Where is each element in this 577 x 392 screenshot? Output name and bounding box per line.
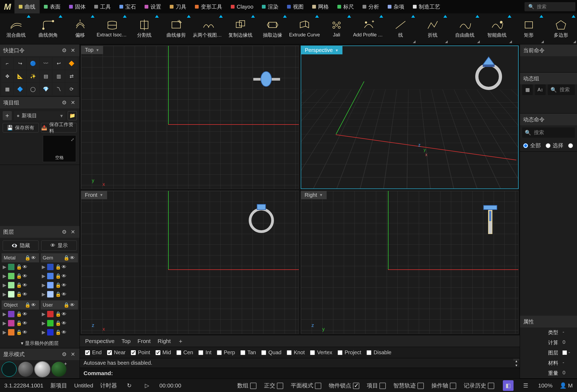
user-icon[interactable]: 👤 M (560, 382, 573, 389)
viewport-front[interactable]: Front▼ z x (81, 191, 299, 334)
add-tab-button[interactable]: ＋ (178, 337, 183, 345)
save-work-button[interactable]: 📤 保存工作资料 (41, 123, 77, 133)
tool-线[interactable]: 线 (385, 13, 417, 44)
tab-top[interactable]: Top (122, 338, 131, 344)
new-project-label[interactable]: 新项目 (50, 382, 67, 389)
snap-Int[interactable]: Int (198, 349, 211, 356)
tool-曲线倒角[interactable]: 曲线倒角 (32, 13, 64, 44)
display-mode-wireframe[interactable] (2, 362, 17, 377)
viewport-label[interactable]: Front▼ (81, 191, 107, 199)
reset-timer-icon[interactable]: ↻ (124, 380, 135, 391)
quick-icon-16[interactable]: 〽 (52, 83, 65, 95)
display-mode-shaded[interactable] (18, 362, 33, 377)
menu-固体[interactable]: 固体 (65, 0, 90, 13)
quick-icon-7[interactable]: 📐 (14, 70, 26, 82)
tool-智能曲线[interactable]: 智能曲线 (481, 13, 513, 44)
quick-icon-17[interactable]: ⟳ (65, 83, 78, 95)
quick-icon-12[interactable]: ▦ (1, 83, 13, 95)
layer-row[interactable]: ▶🔒👁 (2, 281, 39, 290)
search-input[interactable]: 🔍 搜索 (522, 127, 575, 138)
snap-Perp[interactable]: Perp (217, 349, 235, 356)
layer-group-head[interactable]: Metal🔒👁 (2, 253, 39, 262)
display-mode-custom[interactable] (51, 362, 66, 377)
tool-从两个视图的曲线[interactable]: 从两个视图的曲线 (192, 13, 224, 44)
layer-row[interactable]: ▶🔒👁 (41, 310, 78, 319)
expand-icon[interactable]: ⤢ (71, 137, 74, 142)
layer-row[interactable]: ▶🔒👁 (2, 262, 39, 272)
snap-Knot[interactable]: Knot (287, 349, 305, 356)
tool-曲线修剪[interactable]: 曲线修剪 (160, 13, 193, 44)
status-toggle-项目[interactable]: 项目 (367, 382, 388, 389)
layer-row[interactable]: ▶🔒👁 (41, 328, 78, 337)
quick-icon-2[interactable]: 🔵 (27, 57, 39, 70)
status-toggle-正交[interactable]: 正交 (264, 382, 285, 389)
status-toggle-记录历史[interactable]: 记录历史 (464, 382, 496, 389)
menu-宝石[interactable]: 宝石 (115, 0, 140, 13)
status-toggle-平面模式[interactable]: 平面模式 (291, 382, 323, 389)
tool-Jali[interactable]: Jali (320, 13, 353, 44)
status-toggle-操作轴[interactable]: 操作轴 (431, 382, 458, 389)
snap-Cen[interactable]: Cen (176, 349, 193, 356)
project-select[interactable]: ● 新项目 ▾ (14, 111, 66, 120)
show-more-layers[interactable]: ▾ 显示额外的图层 (0, 338, 80, 348)
quick-icon-0[interactable]: ⌐ (1, 57, 13, 70)
command-line[interactable]: Command: (80, 368, 520, 379)
layer-group-head[interactable]: Gem🔒👁 (41, 253, 78, 262)
menu-网格[interactable]: 网格 (308, 0, 333, 13)
menu-杂项[interactable]: 杂项 (383, 0, 409, 13)
project-thumbnail[interactable]: ⤢ 空格 (43, 135, 76, 162)
gear-icon[interactable]: ⚙ (61, 351, 68, 358)
status-toggle-智慧轨迹[interactable]: 智慧轨迹 (393, 382, 425, 389)
search-input[interactable]: 🔍 搜索 (525, 2, 575, 11)
gear-icon[interactable]: ⚙ (61, 47, 68, 54)
layer-row[interactable]: ▶🔒👁 (41, 281, 78, 290)
menu-渲染[interactable]: 渲染 (258, 0, 283, 13)
quick-icon-10[interactable]: ▥ (52, 70, 65, 82)
viewport-label[interactable]: Perspective▼ (301, 46, 342, 54)
hide-button[interactable]: 👁‍🗨 隐藏 (3, 240, 39, 251)
tool-矩形[interactable]: 矩形 (513, 13, 545, 44)
quick-icon-13[interactable]: 🔷 (14, 83, 26, 95)
layer-row[interactable]: ▶🔒👁 (41, 272, 78, 281)
tool-Add Profile To Libr...[interactable]: Add Profile To Libr... (353, 13, 385, 44)
tab-perspective[interactable]: Perspective (85, 338, 115, 344)
layer-row[interactable]: ▶🔒👁 (41, 262, 78, 272)
layer-row[interactable]: ▶🔒👁 (41, 319, 78, 328)
sort-icon[interactable]: A↕ (535, 84, 546, 95)
quick-icon-5[interactable]: 🔶 (65, 57, 78, 70)
quick-icon-6[interactable]: ✥ (1, 70, 13, 82)
tool-复制边缘线[interactable]: 复制边缘线 (224, 13, 257, 44)
menu-曲线[interactable]: 曲线 (14, 0, 40, 13)
layer-group-head[interactable]: User🔒👁 (41, 300, 78, 310)
add-project-button[interactable]: + (3, 111, 12, 120)
snap-Point[interactable]: Point (131, 349, 150, 356)
snap-Vertex[interactable]: Vertex (310, 349, 332, 356)
radio-all[interactable]: 全部 (523, 142, 541, 149)
quick-icon-15[interactable]: 💎 (40, 83, 52, 95)
menu-标尺[interactable]: 标尺 (333, 0, 358, 13)
menu-设置[interactable]: 设置 (140, 0, 165, 13)
folder-icon[interactable]: 📁 (68, 111, 77, 120)
snap-Disable[interactable]: Disable (367, 349, 391, 356)
quick-icon-11[interactable]: ⇄ (65, 70, 78, 82)
quick-icon-9[interactable]: ▤ (40, 70, 52, 82)
close-icon[interactable]: ✕ (69, 351, 76, 358)
tool-混合曲线[interactable]: 混合曲线 (0, 13, 32, 44)
quick-icon-4[interactable]: ↩ (52, 57, 65, 70)
status-toggle-物件锁点[interactable]: 物件锁点 (329, 382, 361, 389)
tool-Extract Isocurve Fr...[interactable]: Extract Isocurve Fr... (96, 13, 128, 44)
viewport-perspective[interactable]: Perspective▼ zyx (301, 46, 519, 189)
menu-刀具[interactable]: 刀具 (165, 0, 191, 13)
tool-自由曲线[interactable]: 自由曲线 (449, 13, 481, 44)
layer-group-head[interactable]: Object🔒👁 (2, 300, 39, 310)
close-icon[interactable]: ✕ (69, 228, 76, 235)
menu-分析[interactable]: 分析 (358, 0, 383, 13)
layer-row[interactable]: ▶🔒👁 (2, 319, 39, 328)
quick-icon-8[interactable]: ✨ (27, 70, 39, 82)
quick-icon-14[interactable]: ◯ (27, 83, 39, 95)
layer-row[interactable]: ▶🔒👁 (2, 328, 39, 337)
menu-变形工具[interactable]: 变形工具 (191, 0, 227, 13)
snap-Mid[interactable]: Mid (156, 349, 171, 356)
menu-表面[interactable]: 表面 (40, 0, 65, 13)
snap-Tan[interactable]: Tan (240, 349, 256, 356)
